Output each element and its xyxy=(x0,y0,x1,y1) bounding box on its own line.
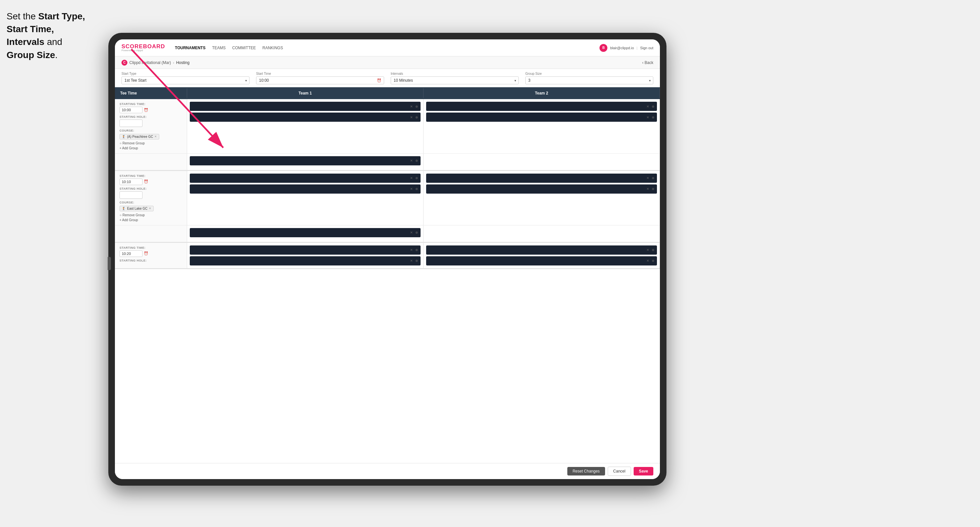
starting-hole-label-3: STARTING HOLE: xyxy=(119,259,182,262)
cancel-button[interactable]: Cancel xyxy=(608,467,631,476)
slot-extra-icon-t1[interactable]: ✕ xyxy=(410,159,413,162)
slot-add-2-t2-1[interactable]: ⊕ xyxy=(652,176,654,180)
separator: | xyxy=(636,46,638,50)
group-1-team1: ✕ ⊕ ✕ ⊕ xyxy=(187,99,423,153)
start-time-input[interactable] xyxy=(256,76,384,84)
slot-extra-2-t1[interactable]: ✕ xyxy=(410,231,413,234)
course-tag-1: 🏌 (A) Peachtree GC ✕ xyxy=(119,134,159,140)
course-tag-icon-2: 🏌 xyxy=(122,207,126,210)
nav-tournaments[interactable]: TOURNAMENTS xyxy=(175,44,205,51)
add-group-2[interactable]: + Add Group xyxy=(119,218,182,222)
sidebar-handle[interactable] xyxy=(108,257,111,270)
remove-group-1[interactable]: ○ Remove Group xyxy=(119,141,182,145)
slot-icon-3-t2-1[interactable]: ✕ xyxy=(646,248,649,252)
player-slot-2-t1-1: ✕ ⊕ xyxy=(190,174,420,183)
clock-icon-2[interactable]: ⏰ xyxy=(144,179,148,184)
start-time-label: Start Time xyxy=(256,72,384,75)
slot-icon-2-t2-2[interactable]: ✕ xyxy=(646,187,649,190)
slot-icon-2-t1-2[interactable]: ✕ xyxy=(410,187,413,190)
remove-group-2[interactable]: ○ Remove Group xyxy=(119,213,182,217)
reset-changes-button[interactable]: Reset Changes xyxy=(567,467,605,476)
remove-group-icon-1: ○ xyxy=(119,141,121,145)
back-button[interactable]: ‹ Back xyxy=(642,60,653,65)
slot-edit-icon-t2-1[interactable]: ✕ xyxy=(646,105,649,108)
slot-icon-3-t1-1[interactable]: ✕ xyxy=(410,248,413,252)
course-remove-2[interactable]: ✕ xyxy=(149,207,151,210)
group-3-team1: ✕ ⊕ ✕ ⊕ xyxy=(187,243,423,268)
intervals-select[interactable]: 10 Minutes 8 Minutes 12 Minutes xyxy=(391,76,519,84)
course-remove-1[interactable]: ✕ xyxy=(154,135,157,138)
slot-add-2-t2-2[interactable]: ⊕ xyxy=(652,187,654,190)
group-2-team1: ✕ ⊕ ✕ ⊕ xyxy=(187,171,423,225)
tablet-device: SCOREBOARD Powered by clippd TOURNAMENTS… xyxy=(108,33,667,486)
group-size-select[interactable]: 3 2 4 xyxy=(525,76,653,84)
nav-committee[interactable]: COMMITTEE xyxy=(232,44,256,51)
nav-teams[interactable]: TEAMS xyxy=(212,44,226,51)
nav-rankings[interactable]: RANKINGS xyxy=(262,44,283,51)
player-slot-1-t2-2: ✕ ⊕ xyxy=(426,113,657,122)
player-slot-2-t1-2: ✕ ⊕ xyxy=(190,184,420,194)
instruction-block: Set the Start Type, Start Time, Interval… xyxy=(6,10,105,61)
starting-hole-input-wrap-2: ▲ ▼ xyxy=(119,191,143,199)
course-label-2: COURSE: xyxy=(119,201,182,204)
slot-add-2-t1-2[interactable]: ⊕ xyxy=(415,187,418,190)
clock-icon-3[interactable]: ⏰ xyxy=(144,251,148,256)
slot-edit-icon[interactable]: ✕ xyxy=(410,105,413,108)
footer-bar: Reset Changes Cancel Save xyxy=(115,463,660,479)
table-header: Tee Time Team 1 Team 2 xyxy=(115,87,660,99)
group-2-team2: ✕ ⊕ ✕ ⊕ xyxy=(423,171,660,225)
navbar: SCOREBOARD Powered by clippd TOURNAMENTS… xyxy=(115,40,660,56)
player-slot-3-t1-2: ✕ ⊕ xyxy=(190,256,420,265)
slot-icon-3-t2-2[interactable]: ✕ xyxy=(646,259,649,262)
tournament-breadcrumb[interactable]: Clippd Invitational (Mar) xyxy=(129,60,171,65)
slot-add-3-t1-1[interactable]: ⊕ xyxy=(415,248,418,252)
slot-extra-add-t1[interactable]: ⊕ xyxy=(415,159,418,162)
slot-add-2-t1-1[interactable]: ⊕ xyxy=(415,176,418,180)
app-logo: SCOREBOARD Powered by clippd xyxy=(121,44,165,52)
slot-add-3-t2-1[interactable]: ⊕ xyxy=(652,248,654,252)
starting-time-label-3: STARTING TIME: xyxy=(119,246,182,249)
starting-time-input-3[interactable] xyxy=(119,250,143,257)
slot-icon-2-t1-1[interactable]: ✕ xyxy=(410,176,413,180)
slot-edit-icon-t2-2[interactable]: ✕ xyxy=(646,116,649,119)
starting-time-input-1[interactable] xyxy=(119,106,143,113)
slot-add-icon-t2-2[interactable]: ⊕ xyxy=(652,116,654,119)
nav-right: B blair@clippd.io | Sign out xyxy=(600,44,653,52)
slot-add-icon-t2-1[interactable]: ⊕ xyxy=(652,105,654,108)
slot-add-icon-2[interactable]: ⊕ xyxy=(415,116,418,119)
start-time-wrapper: ⏰ xyxy=(256,76,384,84)
slot-add-3-t2-2[interactable]: ⊕ xyxy=(652,259,654,262)
player-slot-1-t1-1: ✕ ⊕ xyxy=(190,102,420,111)
starting-time-label-2: STARTING TIME: xyxy=(119,174,182,178)
slot-add-3-t1-2[interactable]: ⊕ xyxy=(415,259,418,262)
add-group-1[interactable]: + Add Group xyxy=(119,146,182,150)
breadcrumb-current: Hosting xyxy=(176,60,189,65)
group-row-2: STARTING TIME: ⏰ STARTING HOLE: ▲ ▼ xyxy=(115,171,660,225)
course-tag-icon-1: 🏌 xyxy=(122,135,126,138)
starting-hole-label-1: STARTING HOLE: xyxy=(119,115,182,119)
start-type-select[interactable]: 1st Tee Start Shotgun Start xyxy=(121,76,250,84)
clock-icon-1[interactable]: ⏰ xyxy=(144,108,148,112)
starting-time-input-wrap-2: ⏰ xyxy=(119,178,182,185)
slot-add-icon[interactable]: ⊕ xyxy=(415,105,418,108)
group-1-config: STARTING TIME: ⏰ STARTING HOLE: ▲ ▼ xyxy=(115,99,187,153)
slot-icon-2-t2-1[interactable]: ✕ xyxy=(646,176,649,180)
slot-edit-icon-2[interactable]: ✕ xyxy=(410,116,413,119)
starting-time-input-2[interactable] xyxy=(119,178,143,185)
slot-icon-3-t1-2[interactable]: ✕ xyxy=(410,259,413,262)
player-slot-2-t2-1: ✕ ⊕ xyxy=(426,174,657,183)
starting-hole-input-2[interactable] xyxy=(120,192,143,198)
course-tag-2: 🏌 East Lake GC ✕ xyxy=(119,206,154,211)
group-size-select-wrapper: 3 2 4 xyxy=(525,76,653,84)
clock-icon-start: ⏰ xyxy=(377,78,382,83)
sign-out-link[interactable]: Sign out xyxy=(640,46,653,50)
starting-time-input-wrap-3: ⏰ xyxy=(119,250,182,257)
user-email: blair@clippd.io xyxy=(610,46,634,50)
logo-powered: Powered by clippd xyxy=(121,49,165,52)
main-content[interactable]: STARTING TIME: ⏰ STARTING HOLE: ▲ ▼ xyxy=(115,99,660,463)
settings-bar: Start Type 1st Tee Start Shotgun Start S… xyxy=(115,69,660,87)
starting-hole-input-1[interactable] xyxy=(120,120,143,126)
save-button[interactable]: Save xyxy=(634,467,653,476)
slot-extra-add-2-t1[interactable]: ⊕ xyxy=(415,231,418,234)
instruction-line1-normal: Set the xyxy=(6,11,38,21)
